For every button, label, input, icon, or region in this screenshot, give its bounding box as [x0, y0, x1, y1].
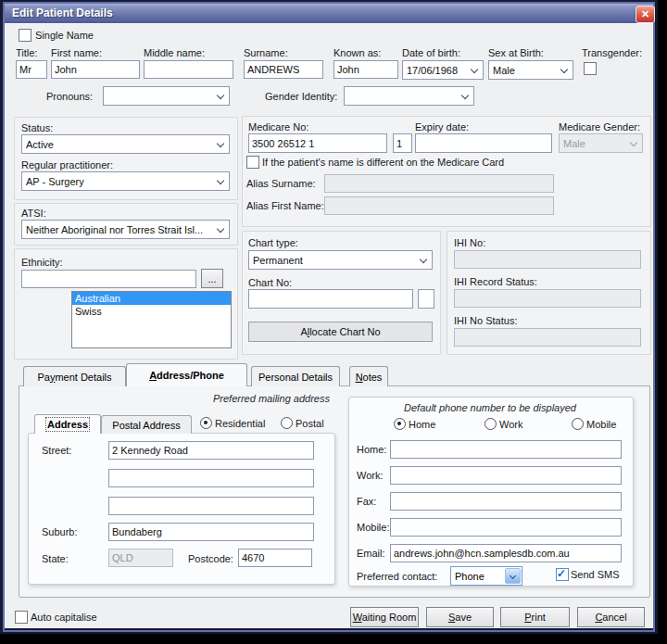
subtab-postal-address[interactable]: Postal Address	[101, 415, 192, 434]
ethnicity-input[interactable]	[21, 270, 196, 288]
middle-name-input[interactable]	[144, 60, 233, 79]
work-radio[interactable]	[485, 418, 497, 430]
cancel-button[interactable]: Cancel	[577, 607, 645, 627]
save-label: Save	[448, 612, 472, 623]
close-button[interactable]: ✕	[636, 6, 655, 23]
regular-practitioner-label: Regular practitioner:	[21, 159, 113, 170]
subtab-address[interactable]: Address	[34, 414, 101, 434]
chart-type-value: Permanent	[253, 255, 303, 266]
auto-capitalise-label: Auto capitalise	[31, 612, 97, 623]
chevron-down-icon	[461, 92, 469, 99]
home-phone-input[interactable]	[390, 440, 622, 459]
residential-radio[interactable]	[200, 417, 212, 429]
mobile-phone-input[interactable]	[390, 518, 622, 537]
chevron-down-icon	[471, 66, 478, 73]
street-input[interactable]	[108, 441, 314, 460]
status-select[interactable]: Active	[21, 134, 230, 154]
gender-identity-label: Gender Identity:	[265, 91, 337, 102]
medicare-gender-select: Male	[559, 133, 643, 153]
atsi-value: Neither Aboriginal nor Torres Strait Isl…	[26, 224, 203, 235]
chart-type-select[interactable]: Permanent	[248, 250, 433, 270]
postcode-input[interactable]	[238, 549, 312, 567]
tab-personal-details[interactable]: Personal Details	[251, 366, 340, 386]
list-item-swiss[interactable]: Swiss	[72, 305, 231, 318]
expiry-date-label: Expiry date:	[415, 121, 469, 133]
chevron-down-icon	[217, 140, 224, 147]
atsi-label: ATSI:	[21, 208, 46, 219]
ihi-no-status-label: IHI No Status:	[454, 315, 517, 326]
chevron-down-icon	[505, 568, 521, 584]
street-line2-input[interactable]	[108, 469, 314, 487]
tab-address-phone[interactable]: Address/Phone	[126, 363, 247, 386]
gender-identity-select[interactable]	[344, 86, 474, 106]
print-button[interactable]: Print	[500, 607, 570, 627]
send-sms-checkbox[interactable]	[556, 568, 569, 581]
date-of-birth-select[interactable]: 17/06/1968	[402, 60, 484, 80]
pronouns-select[interactable]	[103, 86, 230, 106]
atsi-select[interactable]: Neither Aboriginal nor Torres Strait Isl…	[21, 220, 230, 239]
street-line3-input[interactable]	[108, 497, 314, 515]
chevron-down-icon	[630, 139, 637, 146]
fax-label: Fax:	[357, 496, 376, 507]
ihi-no-input	[454, 250, 641, 269]
list-item-australian[interactable]: Australian	[72, 292, 231, 305]
sex-at-birth-select[interactable]: Male	[488, 60, 573, 80]
title-bar[interactable]: Edit Patient Details	[5, 4, 653, 23]
auto-capitalise-checkbox[interactable]	[15, 611, 28, 624]
middle-name-label: Middle name:	[144, 47, 205, 58]
alias-surname-label: Alias Surname:	[246, 178, 316, 189]
home-label: Home:	[357, 444, 386, 455]
preferred-contact-label: Preferred contact:	[357, 571, 437, 582]
ihi-no-status-input	[454, 328, 641, 347]
email-input[interactable]	[390, 544, 622, 562]
fax-input[interactable]	[390, 492, 622, 511]
different-name-checkbox[interactable]	[246, 156, 259, 169]
preferred-contact-select[interactable]: Phone	[450, 566, 522, 586]
different-name-label: If the patient's name is different on th…	[262, 157, 504, 168]
home-radio[interactable]	[394, 418, 406, 430]
tab-payment-details[interactable]: Payment Details	[23, 366, 126, 386]
suburb-input[interactable]	[108, 523, 314, 541]
email-label: Email:	[357, 548, 385, 559]
subtab-address-label: Address	[47, 419, 88, 430]
save-button[interactable]: Save	[426, 607, 494, 627]
known-as-input[interactable]	[334, 60, 398, 79]
expiry-date-input[interactable]	[415, 133, 552, 153]
title-input[interactable]	[16, 60, 47, 79]
allocate-chart-no-label: Allocate Chart No	[300, 326, 380, 337]
transgender-label: Transgender:	[582, 47, 642, 58]
chart-no-spin-button[interactable]	[418, 289, 434, 309]
medicare-gender-label: Medicare Gender:	[559, 121, 640, 133]
chevron-down-icon	[420, 256, 427, 263]
single-name-checkbox[interactable]	[19, 29, 31, 42]
mobile-radio[interactable]	[572, 418, 584, 430]
preferred-mailing-heading: Preferred mailing address	[213, 393, 330, 404]
ellipsis-icon: ...	[208, 273, 216, 284]
waiting-room-button[interactable]: Waiting Room	[350, 607, 419, 627]
ihi-record-status-label: IHI Record Status:	[454, 276, 537, 287]
edit-patient-details-dialog: Edit Patient Details ✕ Single Name Title…	[0, 0, 658, 634]
tab-notes[interactable]: Notes	[349, 366, 388, 386]
ethnicity-browse-button[interactable]: ...	[201, 269, 223, 288]
print-label: Print	[524, 612, 546, 623]
medicare-no-input[interactable]	[248, 133, 387, 153]
residential-radio-label: Residential	[215, 418, 265, 429]
alias-first-name-input	[324, 196, 554, 215]
ethnicity-listbox[interactable]: Australian Swiss	[71, 291, 232, 348]
transgender-checkbox[interactable]	[584, 62, 597, 75]
street-label: Street:	[42, 445, 71, 456]
surname-input[interactable]	[244, 60, 323, 79]
regular-practitioner-value: AP - Surgery	[26, 176, 84, 187]
allocate-chart-no-button[interactable]: Allocate Chart No	[248, 322, 433, 342]
work-phone-input[interactable]	[390, 466, 622, 485]
chevron-down-icon	[560, 66, 568, 73]
sex-at-birth-label: Sex at Birth:	[488, 47, 544, 58]
single-name-label: Single Name	[35, 30, 94, 41]
first-name-input[interactable]	[51, 60, 140, 79]
pronouns-label: Pronouns:	[46, 91, 93, 102]
sex-at-birth-value: Male	[493, 65, 515, 76]
medicare-irn-input[interactable]	[393, 133, 412, 153]
postal-radio[interactable]	[281, 417, 293, 429]
regular-practitioner-select[interactable]: AP - Surgery	[21, 171, 230, 191]
chart-no-input[interactable]	[248, 289, 413, 309]
